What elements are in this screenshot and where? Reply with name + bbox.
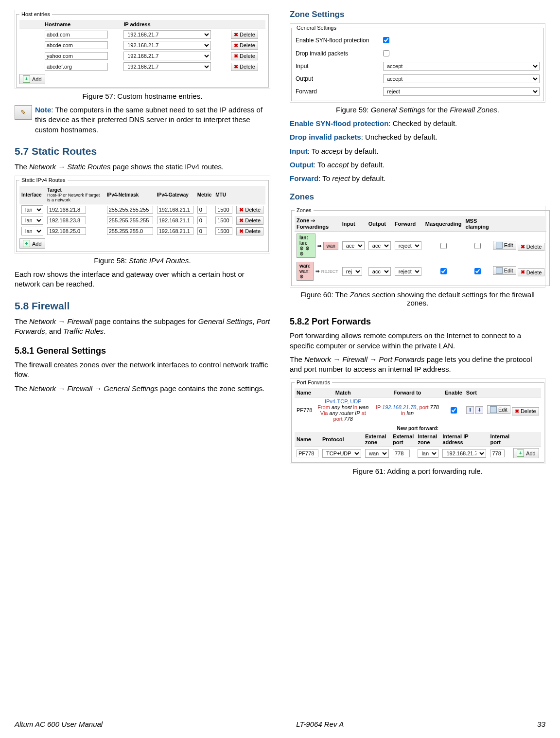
- close-icon: ✖: [239, 217, 244, 224]
- delete-button[interactable]: ✖Delete: [236, 227, 263, 235]
- metric-input[interactable]: [197, 206, 207, 214]
- ip-select[interactable]: 192.168.21.7: [123, 52, 211, 60]
- wan-zone-tag: wan: [323, 242, 338, 250]
- ip-select[interactable]: 192.168.21.7: [123, 62, 211, 71]
- hostname-input[interactable]: [45, 63, 108, 71]
- section-5-7-intro: The Network → Static Routes page shows t…: [15, 162, 270, 172]
- hostname-input[interactable]: [45, 41, 108, 49]
- gateway-input[interactable]: [157, 206, 193, 214]
- note-text: Note: The computers in the same subnet n…: [35, 105, 270, 135]
- section-5-8-intro: The Network → Firewall page contains the…: [15, 317, 270, 337]
- add-button[interactable]: +Add: [513, 448, 539, 458]
- section-5-8-title: 5.8 Firewall: [15, 300, 270, 312]
- edit-icon: [496, 267, 503, 274]
- figure-59: General Settings Enable SYN-flood protec…: [290, 23, 545, 103]
- delete-button[interactable]: ✖Delete: [231, 31, 258, 39]
- delete-button[interactable]: ✖Delete: [512, 407, 539, 415]
- target-input[interactable]: [47, 216, 86, 224]
- target-input[interactable]: [47, 206, 86, 214]
- sort-down-button[interactable]: ⬇: [475, 406, 483, 414]
- close-icon: ✖: [521, 244, 525, 250]
- enable-checkbox[interactable]: [451, 407, 457, 414]
- ip-select[interactable]: 192.168.21.7: [123, 41, 211, 50]
- figure-60-caption: Figure 60: The Zones section showing the…: [290, 290, 545, 307]
- iface-select[interactable]: lan: [21, 216, 43, 225]
- pf-intzone-select[interactable]: lan: [418, 449, 438, 458]
- iface-select[interactable]: lan: [21, 227, 43, 235]
- zone-forward-select[interactable]: reject: [395, 241, 421, 250]
- th-ip: IP address: [122, 20, 229, 29]
- target-input[interactable]: [47, 227, 86, 235]
- delete-button[interactable]: ✖Delete: [231, 63, 258, 71]
- pf-name-input[interactable]: [297, 450, 318, 457]
- delete-button[interactable]: ✖Delete: [231, 52, 258, 60]
- netmask-input[interactable]: [107, 216, 153, 224]
- delete-button[interactable]: ✖Delete: [236, 206, 263, 214]
- edit-button[interactable]: Edit: [493, 241, 516, 250]
- pf-intip-select[interactable]: 192.168.21.78: [442, 449, 486, 458]
- delete-button[interactable]: ✖Delete: [236, 216, 263, 225]
- figure-58-caption: Figure 58: Static IPv4 Routes.: [15, 256, 270, 265]
- figure-60: Zones Zone ⇒ Forwardings Input Output Fo…: [290, 206, 545, 288]
- iface-select[interactable]: lan: [21, 205, 43, 214]
- footer-center: LT-9064 Rev A: [296, 720, 344, 728]
- gateway-input[interactable]: [157, 227, 193, 235]
- zone-output-select[interactable]: acc: [368, 241, 391, 250]
- hostname-input[interactable]: [45, 52, 108, 60]
- input-select[interactable]: accept: [383, 62, 540, 71]
- section-5-8-2-p1: Port forwarding allows remote computers …: [290, 331, 545, 351]
- delete-button[interactable]: ✖Delete: [231, 41, 258, 50]
- wan-zone-tag: wan: wan: ⚙: [297, 262, 314, 281]
- mtu-input[interactable]: [215, 227, 232, 235]
- hostname-input[interactable]: [45, 31, 108, 38]
- mtu-input[interactable]: [215, 206, 232, 214]
- edit-button[interactable]: Edit: [493, 266, 516, 275]
- metric-input[interactable]: [197, 216, 207, 224]
- mtu-input[interactable]: [215, 216, 232, 224]
- delete-button[interactable]: ✖Delete: [518, 243, 545, 251]
- param-drop: Drop invalid packets: Unchecked by defau…: [290, 132, 545, 142]
- metric-input[interactable]: [197, 227, 207, 235]
- th-hostname: Hostname: [43, 20, 122, 29]
- close-icon: ✖: [234, 32, 238, 38]
- masq-checkbox[interactable]: [440, 243, 447, 249]
- sort-up-button[interactable]: ⬆: [466, 406, 474, 414]
- pf-intport-input[interactable]: [490, 450, 505, 457]
- add-button[interactable]: +Add: [19, 74, 45, 84]
- add-button[interactable]: +Add: [19, 238, 45, 249]
- ip-select[interactable]: 192.168.21.7: [123, 30, 211, 39]
- gateway-input[interactable]: [157, 216, 193, 224]
- pf-row: PF778 IPv4-TCP, UDP From any host in wan…: [295, 397, 541, 423]
- pf-extport-input[interactable]: [393, 450, 410, 457]
- output-select[interactable]: accept: [383, 74, 540, 83]
- zone-output-select[interactable]: acc: [368, 267, 391, 276]
- figure-59-caption: Figure 59: General Settings for the Fire…: [290, 106, 545, 114]
- zone-row-lan: lan: lan: ⚙ ⚙ ⚙ ⇒ wan acc acc reject Edi…: [295, 232, 546, 260]
- close-icon: ✖: [239, 207, 244, 213]
- zone-forward-select[interactable]: reject: [395, 267, 421, 276]
- figure-57: Host entries Hostname IP address 192.168…: [15, 10, 270, 89]
- pf-extzone-select[interactable]: wan: [365, 449, 389, 458]
- edit-icon: [490, 406, 497, 413]
- edit-button[interactable]: Edit: [487, 405, 510, 414]
- lan-zone-tag: lan: lan: ⚙ ⚙ ⚙: [297, 234, 315, 258]
- section-5-8-2-p2: The Network → Firewall → Port Forwards p…: [290, 355, 545, 375]
- fieldset-legend: Zones: [295, 207, 314, 213]
- mss-checkbox[interactable]: [474, 243, 481, 249]
- mss-checkbox[interactable]: [474, 268, 481, 274]
- plus-icon: +: [23, 240, 30, 247]
- zone-settings-heading: Zone Settings: [290, 10, 545, 19]
- forward-select[interactable]: reject: [383, 87, 540, 96]
- masq-checkbox[interactable]: [440, 268, 447, 274]
- zone-input-select[interactable]: acc: [342, 241, 365, 250]
- fieldset-legend: Port Forwards: [295, 379, 332, 385]
- netmask-input[interactable]: [107, 206, 153, 214]
- netmask-input[interactable]: [107, 227, 153, 235]
- figure-61: Port Forwards Name Match Forward to Enab…: [290, 378, 545, 464]
- close-icon: ✖: [234, 42, 238, 49]
- syn-flood-checkbox[interactable]: [383, 37, 389, 43]
- delete-button[interactable]: ✖Delete: [518, 268, 545, 276]
- zone-input-select[interactable]: rej: [342, 267, 362, 276]
- pf-proto-select[interactable]: TCP+UDP: [322, 449, 361, 458]
- drop-invalid-checkbox[interactable]: [383, 50, 389, 56]
